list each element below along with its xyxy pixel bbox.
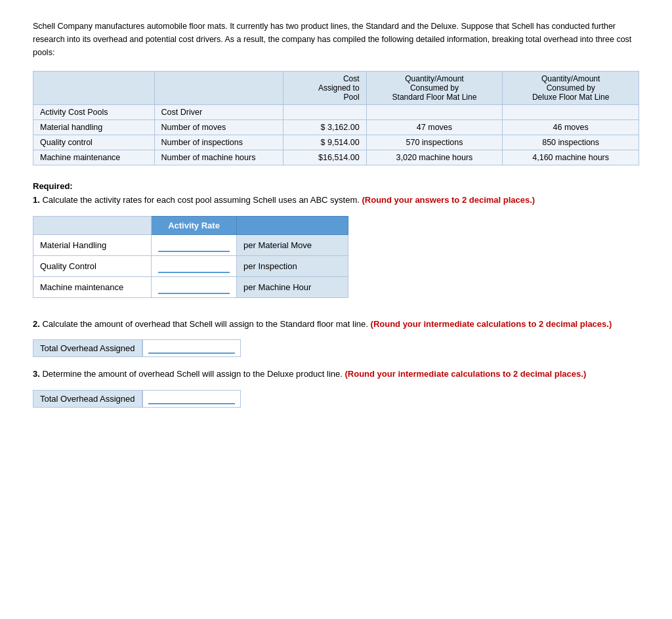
activity-row1-input-cell[interactable] <box>152 234 237 255</box>
activity-col-header <box>33 216 152 234</box>
q3-overhead-label: Total Overhead Assigned <box>33 390 142 408</box>
rate-col-header: Activity Rate <box>152 216 237 234</box>
row1-activity: Material handling <box>33 120 155 135</box>
col-std-line2: Consumed by <box>410 83 459 93</box>
q2-overhead-label: Total Overhead Assigned <box>33 339 142 357</box>
activity-row1-unit: per Material Move <box>237 234 348 255</box>
row1-driver: Number of moves <box>154 120 283 135</box>
row2-activity: Quality control <box>33 135 155 150</box>
q3-text: Determine the amount of overhead Schell … <box>42 369 342 379</box>
unit-col-header <box>237 216 348 234</box>
activity-row2-unit: per Inspection <box>237 255 348 276</box>
col-dlx-line3: Deluxe Floor Mat Line <box>532 93 609 102</box>
col-dlx-line1: Quantity/Amount <box>541 74 600 83</box>
col-activity-label: Activity Cost Pools <box>33 105 155 120</box>
material-handling-rate-input[interactable] <box>158 238 230 252</box>
col-std-label <box>366 105 503 120</box>
row3-standard: 3,020 machine hours <box>366 150 503 165</box>
row3-activity: Machine maintenance <box>33 150 155 165</box>
question-3-text: 3. Determine the amount of overhead Sche… <box>33 368 639 381</box>
col-std-line3: Standard Floor Mat Line <box>392 93 477 102</box>
table-row: Material handling Number of moves $ 3,16… <box>33 120 639 135</box>
q2-overhead-row: Total Overhead Assigned <box>33 339 639 357</box>
activity-row-2: Quality Control per Inspection <box>33 255 348 276</box>
row1-standard: 47 moves <box>366 120 503 135</box>
activity-row1-label: Material Handling <box>33 234 152 255</box>
activity-row2-input-cell[interactable] <box>152 255 237 276</box>
col-cost-line3: Pool <box>344 93 360 102</box>
q1-text: Calculate the activity rates for each co… <box>42 195 359 205</box>
activity-row2-label: Quality Control <box>33 255 152 276</box>
q2-text: Calculate the amount of overhead that Sc… <box>42 319 368 329</box>
q3-number: 3. <box>33 369 40 379</box>
info-table: Cost Assigned to Pool Quantity/Amount Co… <box>33 71 639 165</box>
row1-cost: $ 3,162.00 <box>283 120 366 135</box>
col-cost-line1: Cost <box>343 74 360 83</box>
activity-row3-unit: per Machine Hour <box>237 276 348 297</box>
activity-row-3: Machine maintenance per Machine Hour <box>33 276 348 297</box>
q2-overhead-input-cell[interactable] <box>142 339 241 357</box>
activity-row3-label: Machine maintenance <box>33 276 152 297</box>
col-dlx-line2: Consumed by <box>547 83 595 93</box>
q1-red-text: (Round your answers to 2 decimal places.… <box>362 195 536 205</box>
col-dlx-label <box>503 105 639 120</box>
activity-row3-input-cell[interactable] <box>152 276 237 297</box>
q3-red-text: (Round your intermediate calculations to… <box>345 369 587 379</box>
col-cost-line2: Assigned to <box>318 83 360 93</box>
q3-overhead-input-cell[interactable] <box>142 390 241 408</box>
col-cost-label <box>283 105 366 120</box>
activity-row-1: Material Handling per Material Move <box>33 234 348 255</box>
row2-standard: 570 inspections <box>366 135 503 150</box>
table-row: Machine maintenance Number of machine ho… <box>33 150 639 165</box>
row3-driver: Number of machine hours <box>154 150 283 165</box>
row3-cost: $16,514.00 <box>283 150 366 165</box>
q2-number: 2. <box>33 319 40 329</box>
quality-control-rate-input[interactable] <box>158 259 230 273</box>
row2-cost: $ 9,514.00 <box>283 135 366 150</box>
machine-maintenance-rate-input[interactable] <box>158 280 230 294</box>
row1-deluxe: 46 moves <box>503 120 639 135</box>
q3-overhead-input[interactable] <box>148 393 235 404</box>
col-std-line1: Quantity/Amount <box>405 74 463 83</box>
required-label: Required: <box>33 181 639 191</box>
q2-red-text: (Round your intermediate calculations to… <box>371 319 612 329</box>
row2-driver: Number of inspections <box>154 135 283 150</box>
row3-deluxe: 4,160 machine hours <box>503 150 639 165</box>
intro-text: Schell Company manufactures automobile f… <box>33 20 639 59</box>
question-1-block: 1. Calculate the activity rates for each… <box>33 194 639 298</box>
q2-overhead-input[interactable] <box>148 343 235 354</box>
activity-rate-table: Activity Rate Material Handling per Mate… <box>33 216 348 298</box>
row2-deluxe: 850 inspections <box>503 135 639 150</box>
question-1-text: 1. Calculate the activity rates for each… <box>33 194 639 207</box>
question-2-text: 2. Calculate the amount of overhead that… <box>33 318 639 331</box>
required-section: Required: 1. Calculate the activity rate… <box>33 181 639 408</box>
question-3-block: 3. Determine the amount of overhead Sche… <box>33 368 639 408</box>
col-driver-label: Cost Driver <box>154 105 283 120</box>
q3-overhead-row: Total Overhead Assigned <box>33 390 639 408</box>
question-2-block: 2. Calculate the amount of overhead that… <box>33 318 639 358</box>
table-row: Quality control Number of inspections $ … <box>33 135 639 150</box>
q1-number: 1. <box>33 195 40 205</box>
